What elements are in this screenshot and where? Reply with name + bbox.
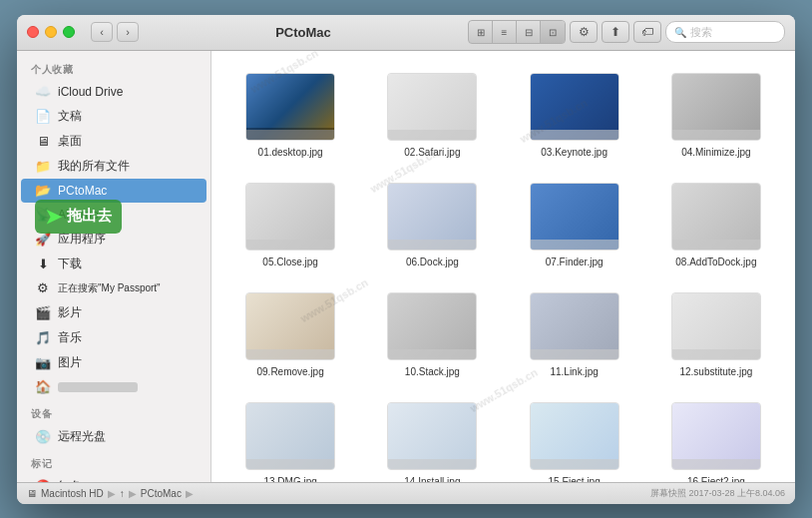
music-icon: 🎵 [35,329,51,345]
file-name-f07: 07.Finder.jpg [546,256,604,268]
sidebar: 个人收藏 ☁️ iCloud Drive 📄 文稿 🖥 桌面 📁 我的所有文件 … [17,51,211,482]
file-name-f16: 16.Eject2.jpg [687,475,745,482]
file-name-f06: 06.Dock.jpg [406,256,459,268]
file-item-f16[interactable]: 16.Eject2.jpg [649,396,783,482]
file-name-f04: 04.Minimize.jpg [681,146,750,159]
icon-view-btn[interactable]: ⊞ [469,21,493,43]
breadcrumb-up: ↑ [120,488,125,499]
sidebar-item-label: 图片 [58,354,82,371]
sidebar-item-icloud[interactable]: ☁️ iCloud Drive [21,80,206,104]
photos-icon: 📷 [35,354,51,370]
sidebar-item-search[interactable]: ⚙ 正在搜索"My Passport" [21,276,206,300]
traffic-lights [27,26,75,38]
home-icon: 🏠 [35,379,51,395]
documents-icon: 📄 [35,108,51,124]
breadcrumb-sep1: ▶ [108,488,116,499]
sidebar-item-red-tag[interactable]: 🔴 红色 [21,474,206,482]
breadcrumb-macintosh-label: Macintosh HD [41,488,104,499]
tag-button[interactable]: 🏷 [633,21,661,43]
toolbar: ⊞ ≡ ⊟ ⊡ ⚙ ⬆ 🏷 🔍 搜索 [468,20,785,44]
share-button[interactable]: ⬆ [602,21,629,43]
movies-icon: 🎬 [35,304,51,320]
file-grid: 01.desktop.jpg02.Safari.jpg03.Keynote.jp… [211,51,795,482]
cover-view-btn[interactable]: ⊡ [541,21,565,43]
sidebar-item-label: iCloud Drive [58,85,123,99]
view-buttons: ⊞ ≡ ⊟ ⊡ [468,20,566,44]
titlebar: ‹ › PCtoMac ⊞ ≡ ⊟ ⊡ ⚙ ⬆ 🏷 🔍 搜索 [17,15,795,51]
sidebar-item-label: 桌面 [58,133,82,150]
breadcrumb-macintosh: 🖥 [27,488,37,499]
window-title: PCtoMac [139,25,468,40]
file-name-f01: 01.desktop.jpg [258,146,323,159]
sidebar-item-music[interactable]: 🎵 音乐 [21,325,206,350]
file-item-f04[interactable]: 04.Minimize.jpg [649,67,783,165]
search-gear-icon: ⚙ [35,280,51,296]
allfiles-icon: 📁 [35,158,51,174]
file-item-f15[interactable]: 15.Eject.jpg [508,396,641,482]
drag-out-label: ➤ 拖出去 [35,200,122,234]
back-button[interactable]: ‹ [91,22,113,42]
file-item-f01[interactable]: 01.desktop.jpg [223,67,357,165]
file-name-f03: 03.Keynote.jpg [541,146,608,159]
search-box[interactable]: 🔍 搜索 [665,21,785,43]
file-item-f14[interactable]: 14.Install.jpg [365,396,499,482]
file-name-f02: 02.Safari.jpg [404,146,460,159]
search-placeholder: 搜索 [690,25,712,40]
file-name-f13: 13.DMG.jpg [263,475,316,482]
forward-button[interactable]: › [117,22,139,42]
arrange-button[interactable]: ⚙ [570,21,598,43]
sidebar-item-allfiles[interactable]: 📁 我的所有文件 [21,154,206,179]
sidebar-item-label: 远程光盘 [58,428,106,445]
sidebar-item-movies[interactable]: 🎬 影片 [21,300,206,325]
file-name-f10: 10.Stack.jpg [405,365,460,378]
file-name-f08: 08.AddToDock.jpg [675,256,756,268]
date-label: 屏幕快照 2017-03-28 上午8.04.06 [650,487,785,500]
sidebar-item-remote-disk[interactable]: 💿 远程光盘 [21,424,206,449]
column-view-btn[interactable]: ⊟ [517,21,541,43]
drag-arrow-icon: ➤ [45,205,62,229]
sidebar-item-label: 下载 [58,256,82,272]
maximize-button[interactable] [63,26,75,38]
file-item-f07[interactable]: 07.Finder.jpg [508,177,641,274]
icloud-icon: ☁️ [35,84,51,100]
favorites-header: 个人收藏 [17,55,210,80]
file-item-f02[interactable]: 02.Safari.jpg [365,67,499,165]
finder-window: ‹ › PCtoMac ⊞ ≡ ⊟ ⊡ ⚙ ⬆ 🏷 🔍 搜索 个人收藏 [17,15,795,504]
file-item-f05[interactable]: 05.Close.jpg [223,177,357,274]
file-item-f03[interactable]: 03.Keynote.jpg [508,67,641,165]
sidebar-item-label [58,382,138,392]
file-name-f15: 15.Eject.jpg [548,475,600,482]
sidebar-item-label: 文稿 [58,108,82,125]
sidebar-item-pctomac[interactable]: 📂 PCtoMac [21,179,206,203]
desktop-icon: 🖥 [35,133,51,149]
sidebar-item-downloads[interactable]: ⬇ 下载 [21,252,206,276]
minimize-button[interactable] [45,26,57,38]
file-item-f11[interactable]: 11.Link.jpg [508,286,641,384]
sidebar-item-photos[interactable]: 📷 图片 [21,350,206,375]
breadcrumb-pctomac: PCtoMac [141,488,182,499]
content-area: 个人收藏 ☁️ iCloud Drive 📄 文稿 🖥 桌面 📁 我的所有文件 … [17,51,795,482]
file-item-f12[interactable]: 12.substitute.jpg [649,286,783,384]
sidebar-item-home[interactable]: 🏠 [21,375,206,399]
remote-disk-icon: 💿 [35,428,51,444]
sidebar-item-desktop[interactable]: 🖥 桌面 [21,129,206,154]
file-name-f11: 11.Link.jpg [550,365,598,378]
sidebar-item-documents[interactable]: 📄 文稿 [21,104,206,129]
sidebar-item-label: PCtoMac [58,184,107,198]
search-icon: 🔍 [674,27,686,38]
sidebar-item-label: 我的所有文件 [58,158,130,175]
nav-buttons: ‹ › [91,22,139,42]
file-name-f05: 05.Close.jpg [262,256,318,268]
close-button[interactable] [27,26,39,38]
file-item-f10[interactable]: 10.Stack.jpg [365,286,499,384]
file-item-f08[interactable]: 08.AddToDock.jpg [649,177,783,274]
downloads-icon: ⬇ [35,256,51,271]
file-item-f09[interactable]: 09.Remove.jpg [223,286,357,384]
sidebar-item-label: 音乐 [58,329,82,346]
drag-out-text: 拖出去 [67,207,112,226]
file-item-f06[interactable]: 06.Dock.jpg [365,177,499,274]
list-view-btn[interactable]: ≡ [493,21,517,43]
sidebar-item-label: 影片 [58,304,82,321]
bottombar: 🖥 Macintosh HD ▶ ↑ ▶ PCtoMac ▶ 屏幕快照 2017… [17,482,795,504]
file-item-f13[interactable]: 13.DMG.jpg [223,396,357,482]
